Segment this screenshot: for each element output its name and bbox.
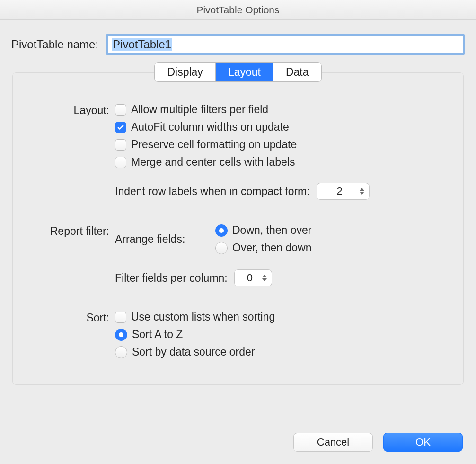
filter-fields-per-column-value: 0	[243, 272, 256, 284]
merge-center-checkbox[interactable]	[115, 157, 126, 168]
use-custom-lists-label: Use custom lists when sorting	[131, 311, 275, 323]
sort-a-to-z-label: Sort A to Z	[132, 328, 183, 341]
stepper-arrows-icon	[262, 275, 267, 281]
sort-data-source-label: Sort by data source order	[132, 346, 255, 358]
allow-multiple-filters-checkbox[interactable]	[115, 104, 126, 116]
indent-stepper[interactable]: 2	[317, 183, 370, 200]
pivottable-name-value: PivotTable1	[112, 38, 172, 51]
sort-data-source-radio[interactable]	[115, 346, 127, 358]
arrange-fields-label: Arrange fields:	[115, 233, 210, 246]
arrange-over-then-down-radio[interactable]	[215, 242, 228, 254]
indent-value: 2	[326, 185, 354, 197]
preserve-formatting-checkbox[interactable]	[115, 139, 126, 151]
window-title: PivotTable Options	[0, 0, 476, 20]
preserve-formatting-label: Preserve cell formatting on update	[131, 138, 297, 151]
report-filter-section-label: Report filter:	[22, 224, 109, 238]
options-tabs: Display Layout Data	[154, 62, 321, 82]
arrange-down-then-over-radio[interactable]	[215, 224, 228, 237]
pivottable-name-input[interactable]: PivotTable1	[106, 34, 465, 55]
indent-label: Indent row labels when in compact form:	[115, 185, 310, 198]
arrange-down-then-over-label: Down, then over	[232, 224, 311, 237]
cancel-button[interactable]: Cancel	[293, 433, 373, 452]
tab-display[interactable]: Display	[155, 63, 215, 81]
layout-section-label: Layout:	[22, 103, 109, 117]
allow-multiple-filters-label: Allow multiple filters per field	[131, 103, 268, 116]
autofit-columns-label: AutoFit column widths on update	[131, 121, 289, 134]
stepper-arrows-icon	[360, 188, 364, 195]
tab-data[interactable]: Data	[273, 63, 321, 81]
arrange-over-then-down-label: Over, then down	[232, 241, 312, 254]
layout-panel: Layout: Allow multiple filters per field…	[12, 72, 464, 385]
pivottable-name-label: PivotTable name:	[11, 38, 98, 51]
sort-a-to-z-radio[interactable]	[115, 329, 127, 341]
filter-fields-per-column-label: Filter fields per column:	[115, 272, 228, 285]
merge-center-label: Merge and center cells with labels	[131, 156, 295, 169]
ok-button[interactable]: OK	[383, 433, 463, 452]
use-custom-lists-checkbox[interactable]	[115, 312, 126, 323]
autofit-columns-checkbox[interactable]	[115, 122, 126, 133]
filter-fields-per-column-stepper[interactable]: 0	[234, 269, 272, 286]
sort-section-label: Sort:	[22, 311, 109, 324]
tab-layout[interactable]: Layout	[216, 63, 273, 81]
